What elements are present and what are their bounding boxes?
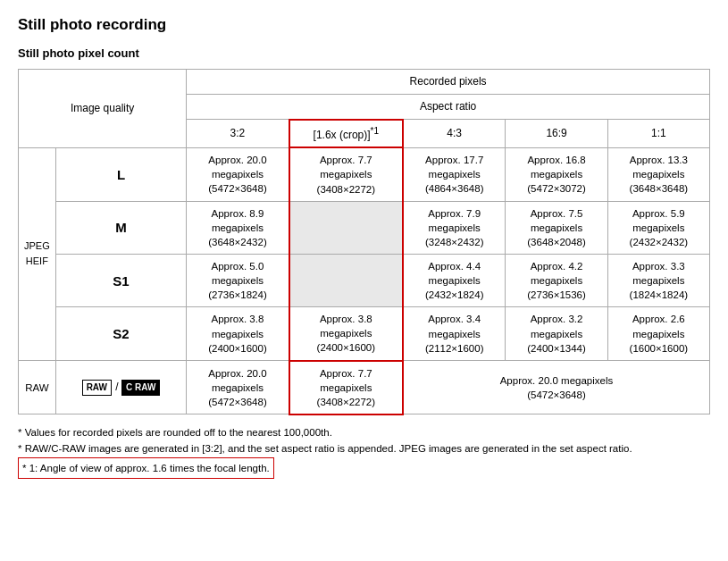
cell-S1-169: Approx. 4.2megapixels(2736×1536) (506, 254, 607, 306)
table-row: RAW RAW / C RAW Approx. 20.0megapixels(5… (19, 361, 710, 414)
cell-S2-11: Approx. 2.6megapixels(1600×1600) (607, 307, 709, 361)
page-title: Still photo recording (18, 16, 710, 34)
size-M: M (55, 201, 186, 254)
section-subtitle: Still photo pixel count (18, 46, 710, 60)
recorded-pixels-header: Recorded pixels (187, 70, 710, 95)
cell-S1-11: Approx. 3.3megapixels(1824×1824) (607, 254, 709, 306)
size-S1: S1 (55, 254, 186, 306)
raw-label: RAW (19, 361, 56, 414)
footnote-1: * Values for recorded pixels are rounded… (18, 424, 710, 440)
cell-raw-other: Approx. 20.0 megapixels(5472×3648) (403, 361, 710, 414)
footnote-3: * 1: Angle of view of approx. 1.6 times … (18, 457, 710, 479)
jpeg-heif-label: JPEGHEIF (19, 147, 56, 360)
cell-L-crop: Approx. 7.7megapixels(3408×2272) (289, 147, 403, 201)
cell-raw-crop: Approx. 7.7megapixels(3408×2272) (289, 361, 403, 414)
footnote-2: * RAW/C-RAW images are generated in [3:2… (18, 440, 710, 456)
cell-L-169: Approx. 16.8megapixels(5472×3072) (506, 147, 607, 201)
table-row: S2 Approx. 3.8megapixels(2400×1600) Appr… (19, 307, 710, 361)
cell-M-crop (289, 201, 403, 254)
col-crop: [1.6x (crop)]*1 (289, 120, 403, 148)
col-11: 1:1 (607, 120, 709, 148)
cell-S2-169: Approx. 3.2megapixels(2400×1344) (506, 307, 607, 361)
cell-L-43: Approx. 17.7megapixels(4864×3648) (403, 147, 506, 201)
footnotes: * Values for recorded pixels are rounded… (18, 424, 710, 479)
col-32: 3:2 (187, 120, 289, 148)
cell-M-32: Approx. 8.9megapixels(3648×2432) (187, 201, 289, 254)
col-169: 16:9 (506, 120, 607, 148)
pixel-count-table: Image quality Recorded pixels Aspect rat… (18, 69, 710, 415)
cell-S1-crop (289, 254, 403, 306)
cell-L-32: Approx. 20.0megapixels(5472×3648) (187, 147, 289, 201)
cell-S1-32: Approx. 5.0megapixels(2736×1824) (187, 254, 289, 306)
table-row: JPEGHEIF L Approx. 20.0megapixels(5472×3… (19, 147, 710, 201)
size-S2: S2 (55, 307, 186, 361)
cell-M-11: Approx. 5.9megapixels(2432×2432) (607, 201, 709, 254)
cell-S2-32: Approx. 3.8megapixels(2400×1600) (187, 307, 289, 361)
cell-S1-43: Approx. 4.4megapixels(2432×1824) (403, 254, 506, 306)
raw-craw-badge: RAW / C RAW (55, 361, 186, 414)
cell-L-11: Approx. 13.3megapixels(3648×3648) (607, 147, 709, 201)
cell-raw-32: Approx. 20.0megapixels(5472×3648) (187, 361, 289, 414)
size-L: L (55, 147, 186, 201)
col-43: 4:3 (403, 120, 506, 148)
cell-M-43: Approx. 7.9megapixels(3248×2432) (403, 201, 506, 254)
cell-M-169: Approx. 7.5megapixels(3648×2048) (506, 201, 607, 254)
table-row: S1 Approx. 5.0megapixels(2736×1824) Appr… (19, 254, 710, 306)
table-row: M Approx. 8.9megapixels(3648×2432) Appro… (19, 201, 710, 254)
cell-S2-crop: Approx. 3.8megapixels(2400×1600) (289, 307, 403, 361)
cell-S2-43: Approx. 3.4megapixels(2112×1600) (403, 307, 506, 361)
footnote-3-text: * 1: Angle of view of approx. 1.6 times … (18, 457, 274, 479)
aspect-ratio-header: Aspect ratio (187, 94, 710, 119)
image-quality-header: Image quality (19, 70, 187, 148)
